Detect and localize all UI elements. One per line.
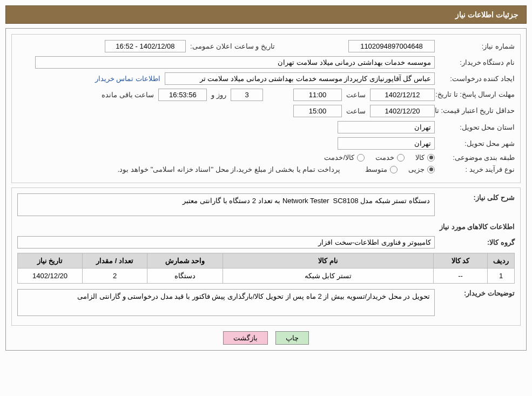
description-textarea[interactable]: دستگاه تستر شبکه مدل Network Tester SC81… (17, 193, 435, 216)
td-row: 1 (488, 269, 515, 284)
th-unit: واحد شمارش (147, 253, 223, 269)
category-service-label: خدمت (375, 153, 394, 162)
category-goods-radio[interactable]: کالا (415, 153, 435, 162)
purchase-minor-radio[interactable]: جزیی (408, 165, 435, 173)
time-label-2: ساعت (346, 107, 366, 115)
remaining-label: ساعت باقی مانده (102, 91, 154, 99)
td-qty: 2 (83, 269, 147, 284)
response-date-input[interactable] (370, 89, 435, 101)
delivery-province-label: استان محل تحویل: (439, 123, 515, 131)
back-button[interactable]: بازگشت (223, 331, 268, 345)
delivery-city-input[interactable] (338, 137, 435, 150)
validity-date-input[interactable] (370, 105, 435, 117)
response-deadline-label: مهلت ارسال پاسخ: تا تاریخ: (439, 90, 515, 99)
page-title: جزئیات اطلاعات نیاز (455, 10, 518, 19)
delivery-province-input[interactable] (338, 121, 435, 133)
buttons-row: چاپ بازگشت (11, 331, 521, 345)
details-section: شرح کلی نیاز: دستگاه تستر شبکه مدل Netwo… (11, 187, 521, 326)
announce-datetime-label: تاریخ و ساعت اعلان عمومی: (190, 42, 275, 50)
td-code: -- (434, 269, 488, 284)
buyer-notes-label: توضیحات خریدار: (439, 289, 515, 297)
category-label: طبقه بندی موضوعی: (439, 153, 515, 162)
purchase-type-radio-group: جزیی متوسط (365, 165, 435, 173)
category-both-radio[interactable]: کالا/خدمت (324, 153, 365, 162)
goods-group-label: گروه کالا: (439, 238, 515, 246)
requester-input[interactable] (165, 72, 435, 85)
th-qty: تعداد / مقدار (83, 253, 147, 269)
goods-group-input[interactable] (17, 236, 435, 249)
time-label-1: ساعت (346, 91, 366, 99)
buyer-org-input[interactable] (35, 56, 435, 69)
radio-icon (427, 166, 435, 173)
radio-icon (390, 166, 398, 173)
requester-label: ایجاد کننده درخواست: (439, 75, 515, 83)
category-service-radio[interactable]: خدمت (375, 153, 405, 162)
category-both-label: کالا/خدمت (324, 153, 354, 162)
description-label: شرح کلی نیاز: (439, 193, 515, 202)
response-time-input[interactable] (293, 89, 342, 101)
validity-label: حداقل تاریخ اعتبار قیمت: تا تاریخ: (439, 106, 515, 116)
purchase-medium-radio[interactable]: متوسط (365, 165, 398, 173)
contact-link[interactable]: اطلاعات تماس خریدار (95, 75, 160, 83)
table-header-row: ردیف کد کالا نام کالا واحد شمارش تعداد /… (18, 253, 515, 269)
print-button[interactable]: چاپ (275, 331, 309, 345)
purchase-type-label: نوع فرآیند خرید : (439, 165, 515, 173)
td-name: تستر کابل شبکه (223, 269, 434, 284)
category-radio-group: کالا خدمت کالا/خدمت (324, 153, 435, 162)
radio-icon (357, 154, 365, 162)
purchase-minor-label: جزیی (408, 165, 425, 173)
category-goods-label: کالا (415, 153, 425, 162)
time-remaining-input[interactable] (158, 89, 207, 101)
days-remaining-input[interactable] (231, 89, 263, 101)
th-name: نام کالا (223, 253, 434, 269)
items-heading: اطلاعات کالاهای مورد نیاز (440, 223, 515, 231)
request-number-input[interactable] (348, 40, 435, 52)
td-date: 1402/12/20 (18, 269, 83, 284)
buyer-notes-textarea[interactable]: تحویل در محل خریدار/تسویه بیش از 2 ماه پ… (17, 289, 435, 316)
form-section: شماره نیاز: تاریخ و ساعت اعلان عمومی: نا… (11, 34, 521, 183)
td-unit: دستگاه (147, 269, 223, 284)
request-number-label: شماره نیاز: (439, 42, 515, 50)
radio-icon (397, 154, 405, 162)
delivery-city-label: شهر محل تحویل: (439, 139, 515, 147)
announce-datetime-input[interactable] (105, 40, 186, 52)
items-table: ردیف کد کالا نام کالا واحد شمارش تعداد /… (17, 253, 515, 284)
page-header: جزئیات اطلاعات نیاز (5, 5, 527, 24)
content-frame: شماره نیاز: تاریخ و ساعت اعلان عمومی: نا… (5, 28, 527, 351)
buyer-org-label: نام دستگاه خریدار: (439, 58, 515, 66)
th-code: کد کالا (434, 253, 488, 269)
th-date: تاریخ نیاز (18, 253, 83, 269)
purchase-medium-label: متوسط (365, 165, 387, 173)
radio-icon (427, 154, 435, 162)
th-row: ردیف (488, 253, 515, 269)
table-row: 1 -- تستر کابل شبکه دستگاه 2 1402/12/20 (18, 269, 515, 284)
payment-note: پرداخت تمام یا بخشی از مبلغ خرید،از محل … (118, 165, 340, 173)
validity-time-input[interactable] (293, 105, 342, 117)
days-and-label: روز و (211, 91, 226, 99)
